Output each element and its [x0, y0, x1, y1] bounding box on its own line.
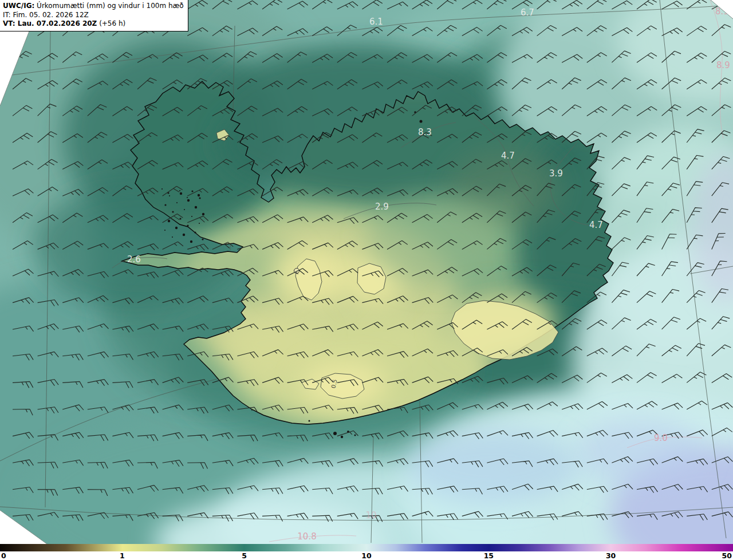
contour-label: 2.6 — [127, 254, 141, 265]
colorbar-tick-label: 30 — [606, 551, 616, 560]
init-time: IT: Fim. 05. 02. 2026 12Z — [3, 11, 184, 20]
contour-label: 6.1 — [369, 17, 383, 27]
colorbar-tick-label: 0 — [1, 551, 6, 560]
contour-label: 4.7 — [589, 220, 603, 230]
product-title: UWC/IG: Úrkomumætti (mm) og vindur i 100… — [3, 2, 184, 11]
contour-label: 10 — [365, 510, 376, 520]
title-box: UWC/IG: Úrkomumætti (mm) og vindur i 100… — [0, 0, 188, 31]
contour-label: 9.0 — [654, 433, 668, 443]
colorbar-tick-label: 10 — [361, 551, 371, 560]
colorbar-tick-label: 15 — [484, 551, 494, 560]
contour-label: 3.9 — [549, 168, 563, 179]
colorbar-tick-label: 1 — [120, 551, 125, 560]
weather-map-app: 6.16.78.34.73.92.94.72.68.98.99.010.8100… — [0, 0, 733, 560]
colorbar-tick-label: 50 — [722, 551, 732, 560]
colorbar-gradient — [0, 544, 733, 552]
colorbar-scale: 01510153050 — [0, 551, 733, 560]
contour-label: 2.9 — [375, 202, 389, 212]
contour-label: 4.7 — [501, 151, 515, 161]
contour-label: 8.9 — [716, 60, 730, 70]
contour-label: 10.8 — [297, 531, 316, 542]
contour-label: 8.3 — [418, 127, 432, 137]
colorbar-tick-label: 5 — [242, 551, 247, 560]
weather-map: 6.16.78.34.73.92.94.72.68.98.99.010.8100… — [0, 0, 733, 560]
contour-label: 6.7 — [521, 7, 534, 18]
valid-time: VT: Lau. 07.02.2026 20Z (+56 h) — [3, 19, 184, 29]
